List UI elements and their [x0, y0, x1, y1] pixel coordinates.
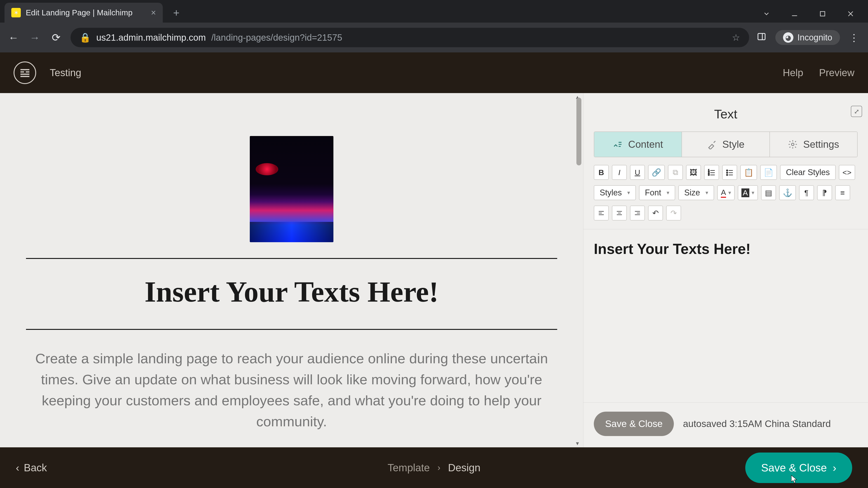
bold-button[interactable]: B: [594, 165, 609, 180]
incognito-label: Incognito: [798, 33, 832, 42]
incognito-icon: ◕: [783, 32, 794, 43]
anchor-button[interactable]: ⚓: [779, 185, 796, 200]
font-dropdown[interactable]: Font▾: [639, 185, 675, 200]
svg-point-17: [726, 174, 728, 176]
undo-button[interactable]: ↶: [648, 205, 663, 221]
chevron-right-icon: ›: [437, 463, 440, 473]
align-right-button[interactable]: [630, 205, 645, 221]
save-and-close-button[interactable]: Save & Close ›: [745, 453, 852, 483]
url-field[interactable]: 🔒 us21.admin.mailchimp.com/landing-pages…: [70, 28, 749, 47]
back-label: Back: [24, 462, 47, 474]
svg-rect-4: [758, 33, 765, 40]
save-close-label: Save & Close: [761, 462, 827, 474]
svg-point-13: [726, 170, 728, 171]
new-tab-button[interactable]: +: [169, 6, 183, 20]
link-button[interactable]: 🔗: [648, 165, 665, 180]
align-left-button[interactable]: [594, 205, 609, 221]
nav-back-icon[interactable]: ←: [7, 31, 20, 43]
rte-text[interactable]: Insert Your Texts Here!: [594, 240, 858, 257]
scrollbar-thumb[interactable]: [577, 98, 581, 165]
workspace: Insert Your Texts Here! Create a simple …: [0, 93, 868, 447]
paste-text-button[interactable]: 📄: [760, 165, 777, 180]
browser-tab[interactable]: ✶ Edit Landing Page | Mailchimp ×: [4, 3, 163, 23]
bookmark-star-icon[interactable]: ☆: [732, 32, 740, 43]
ordered-list-button[interactable]: 123: [704, 165, 719, 180]
address-bar: ← → ⟳ 🔒 us21.admin.mailchimp.com/landing…: [0, 23, 868, 53]
tab-style[interactable]: Style: [682, 132, 769, 157]
tab-label: Style: [722, 139, 745, 150]
ltr-button[interactable]: ¶: [799, 185, 814, 200]
svg-point-15: [726, 172, 728, 173]
mailchimp-logo[interactable]: 𝌏: [13, 61, 36, 84]
canvas-heading[interactable]: Insert Your Texts Here!: [26, 259, 557, 329]
italic-button[interactable]: I: [612, 165, 627, 180]
crumb-template[interactable]: Template: [388, 462, 430, 474]
paste-button[interactable]: 📋: [740, 165, 757, 180]
page-name: Testing: [50, 67, 81, 78]
back-button[interactable]: ‹ Back: [16, 462, 47, 474]
hero-image-block[interactable]: [250, 136, 333, 242]
maximize-icon[interactable]: [819, 10, 827, 20]
tab-search-icon[interactable]: [763, 10, 770, 20]
underline-button[interactable]: U: [630, 165, 645, 180]
unlink-button: ⧉: [668, 165, 683, 180]
kebab-menu-icon[interactable]: ⋮: [849, 32, 859, 43]
text-color-button[interactable]: A▾: [717, 185, 735, 200]
canvas-area: Insert Your Texts Here! Create a simple …: [0, 93, 583, 447]
step-breadcrumb: Template › Design: [388, 462, 480, 474]
bottom-bar: ‹ Back Template › Design Save & Close ›: [0, 447, 868, 488]
unordered-list-button[interactable]: [722, 165, 737, 180]
content-icon: [613, 139, 623, 149]
sidebar-save-close-button[interactable]: Save & Close: [594, 412, 674, 436]
align-justify-button[interactable]: ≡: [835, 185, 850, 200]
window-controls: [763, 10, 868, 20]
clear-styles-button[interactable]: Clear Styles: [780, 165, 836, 180]
sidebar-footer: Save & Close autosaved 3:15AM China Stan…: [583, 402, 868, 447]
close-tab-icon[interactable]: ×: [151, 8, 156, 18]
svg-point-6: [792, 143, 794, 146]
source-code-button[interactable]: <>: [839, 165, 855, 180]
tab-title: Edit Landing Page | Mailchimp: [26, 8, 146, 17]
close-window-icon[interactable]: [847, 10, 855, 20]
url-host: us21.admin.mailchimp.com: [96, 33, 206, 43]
hr-button[interactable]: ▤: [761, 185, 776, 200]
expand-sidebar-icon[interactable]: ⤢: [851, 106, 862, 117]
url-path: /landing-pages/design?id=21575: [211, 33, 342, 43]
crumb-design: Design: [448, 462, 480, 474]
align-center-button[interactable]: [612, 205, 627, 221]
image-button[interactable]: 🖼: [686, 165, 701, 180]
rtl-button[interactable]: ⁋: [817, 185, 832, 200]
sidebar-title: Text: [583, 100, 868, 131]
svg-text:3: 3: [708, 173, 709, 176]
styles-dropdown[interactable]: Styles▾: [594, 185, 636, 200]
lock-icon[interactable]: 🔒: [80, 32, 91, 43]
tab-label: Content: [628, 139, 663, 150]
svg-rect-1: [820, 11, 825, 16]
rte-editor[interactable]: Insert Your Texts Here!: [583, 229, 868, 402]
bg-color-button[interactable]: A▾: [738, 185, 758, 200]
canvas-body-text[interactable]: Create a simple landing page to reach yo…: [26, 330, 557, 447]
incognito-indicator[interactable]: ◕ Incognito: [775, 30, 840, 45]
style-icon: [707, 139, 717, 149]
sidebar-tabs: Content Style Settings: [594, 131, 858, 157]
minimize-icon[interactable]: [791, 10, 798, 20]
canvas-scrollbar[interactable]: ▴ ▾: [575, 93, 583, 447]
scroll-down-icon[interactable]: ▾: [576, 440, 579, 447]
reload-icon[interactable]: ⟳: [49, 31, 63, 43]
rte-toolbar: B I U 🔗 ⧉ 🖼 123 📋 📄 Clear Styles <> Styl…: [583, 165, 868, 221]
size-dropdown[interactable]: Size▾: [678, 185, 714, 200]
chevron-right-icon: ›: [833, 462, 836, 474]
canvas-paragraph: Let people know what they can expect to …: [35, 443, 548, 447]
help-link[interactable]: Help: [783, 67, 803, 78]
tab-settings[interactable]: Settings: [770, 132, 857, 157]
preview-link[interactable]: Preview: [819, 67, 855, 78]
tab-label: Settings: [803, 139, 839, 150]
side-panel-icon[interactable]: [757, 32, 766, 43]
tab-strip: ✶ Edit Landing Page | Mailchimp × +: [0, 0, 868, 23]
browser-chrome: ✶ Edit Landing Page | Mailchimp × + ← → …: [0, 0, 868, 53]
landing-page-canvas[interactable]: Insert Your Texts Here! Create a simple …: [0, 93, 583, 447]
mailchimp-favicon: ✶: [11, 8, 21, 18]
tab-content[interactable]: Content: [594, 132, 682, 157]
editor-sidebar: Text ⤢ Content Style Settings B I U 🔗 ⧉ …: [583, 93, 868, 447]
autosave-status: autosaved 3:15AM China Standard: [683, 418, 831, 429]
